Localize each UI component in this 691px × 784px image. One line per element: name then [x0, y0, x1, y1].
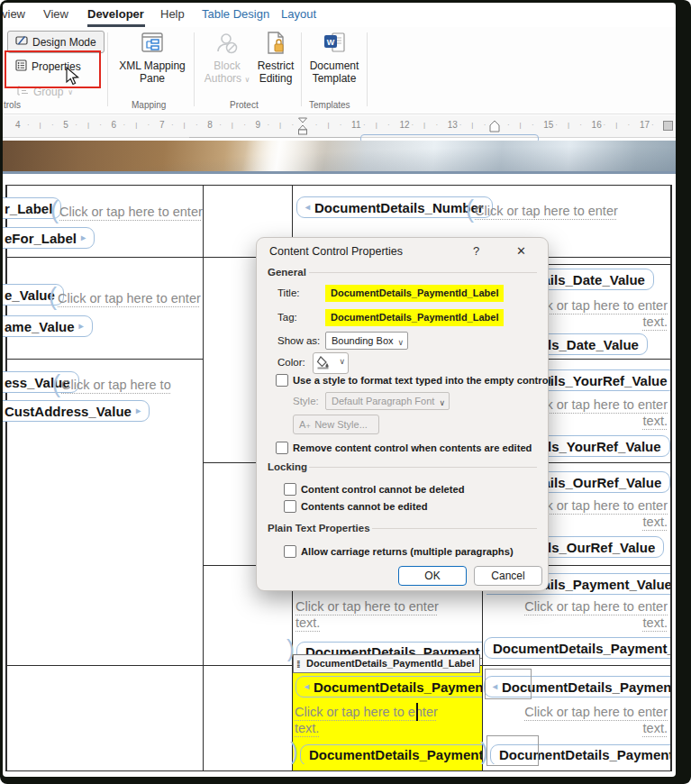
design-mode-icon [15, 34, 28, 50]
ruler-tick: · [99, 121, 102, 129]
content-control-paren-icon: ( [52, 372, 60, 396]
section-rule [372, 528, 537, 529]
ruler-number: 13 [448, 120, 458, 130]
placeholder-text[interactable]: Click or tap here to enter [475, 204, 618, 218]
ruler-tick: | [376, 121, 377, 129]
ruler-tick: | [568, 121, 569, 129]
content-control-end-tag[interactable]: DocumentDetails_PaymentId_Label [300, 744, 482, 765]
placeholder-text[interactable]: Click or tap here to enter [491, 599, 668, 614]
ribbon-separator [194, 32, 195, 106]
group-label-protect: Protect [230, 100, 259, 110]
section-general: General [268, 267, 306, 278]
ruler-tick: | [423, 121, 425, 129]
dialog-close-button[interactable]: ✕ [516, 244, 526, 258]
restrict-editing-button[interactable]: Restrict Editing [253, 31, 298, 85]
show-as-dropdown[interactable]: Bounding Box∨ [325, 332, 408, 350]
use-style-checkbox-label: Use a style to format text typed into th… [293, 375, 551, 386]
placeholder-text[interactable]: text. [491, 721, 668, 735]
header-banner-image [3, 141, 676, 171]
block-authors-label-1: Block [203, 59, 251, 72]
cannot-edit-checkbox[interactable] [284, 500, 296, 513]
table-column-marker[interactable] [663, 121, 673, 131]
ruler-number: 12 [399, 120, 409, 130]
remove-control-checkbox[interactable] [276, 442, 288, 454]
ruler-tick: · [243, 121, 246, 129]
color-label: Color: [277, 357, 305, 368]
ruler-tick: | [135, 121, 137, 129]
document-template-label-2: Template [307, 72, 361, 85]
dialog-help-button[interactable]: ? [473, 244, 479, 258]
placeholder-text[interactable]: Click or tap here to enter [491, 705, 668, 719]
ruler-tick: | [327, 121, 329, 129]
section-plain-text: Plain Text Properties [268, 523, 370, 533]
ruler-tick: · [27, 121, 30, 129]
content-control-start-tag[interactable]: ◂DocumentDetails_Number [296, 196, 493, 218]
ruler-tick: · [411, 121, 414, 129]
tab-view[interactable]: View [43, 7, 68, 21]
title-field-value[interactable]: DocumentDetails_PaymentId_Label [325, 285, 504, 302]
ruler-number: 7 [159, 120, 165, 130]
placeholder-text[interactable]: Click or tap here to enter [295, 599, 439, 614]
ribbon-separator [107, 32, 108, 106]
tab-help[interactable]: Help [160, 7, 185, 21]
content-control-end-tag[interactable]: eFor_Label▸ [3, 227, 95, 249]
placeholder-text[interactable]: text. [295, 721, 319, 735]
xml-mapping-label-2: Pane [114, 72, 190, 85]
placeholder-text[interactable]: Click or tap here to [61, 378, 171, 392]
xml-mapping-icon [114, 31, 190, 59]
xml-mapping-pane-button[interactable]: XML Mapping Pane [114, 31, 190, 85]
tab-developer[interactable]: Developer [87, 7, 144, 21]
tab-table-design[interactable]: Table Design [202, 7, 269, 21]
cc-start-arrow-icon: ◂ [305, 203, 310, 212]
placeholder-text[interactable]: Click or tap here to enter [59, 205, 203, 219]
ruler-number: 9 [256, 120, 261, 130]
dialog-title: Content Control Properties [269, 245, 403, 258]
header-frame-line [189, 137, 360, 138]
use-style-checkbox[interactable] [276, 374, 288, 387]
new-style-icon: A₊ [299, 419, 311, 430]
section-rule [309, 467, 537, 468]
block-authors-icon [203, 31, 251, 59]
content-control-paren-icon: ( [466, 197, 474, 221]
ruler-tick: · [195, 121, 198, 129]
placeholder-text[interactable]: text. [295, 615, 320, 630]
tab-review-partial[interactable]: view [3, 7, 25, 21]
ruler-tick: · [363, 121, 366, 129]
content-control-end-tag[interactable]: ame_Value▸ [3, 315, 93, 337]
cancel-button[interactable]: Cancel [474, 566, 542, 586]
document-template-button[interactable]: W Document Template [307, 31, 361, 85]
content-control-title-tooltip: ⁞⁞ DocumentDetails_PaymentId_Label [293, 654, 480, 673]
tag-field-label: Tag: [277, 312, 297, 323]
ruler-tick: | [520, 121, 522, 129]
ruler-number: 15 [543, 120, 553, 130]
horizontal-ruler: 4·|·5·|·6·|·7·|·8·|·9·|··|·11·|·12·|·13·… [3, 115, 676, 138]
content-control-end-tag[interactable]: CustAddress_Value▸ [3, 400, 150, 422]
content-control-start-tag[interactable]: ◂DocumentDetails_PaymentId_Label [295, 676, 482, 697]
design-mode-label: Design Mode [32, 36, 96, 49]
ruler-tick: · [171, 121, 174, 129]
style-label: Style: [293, 396, 319, 406]
document-template-label-1: Document [307, 59, 361, 72]
carriage-returns-checkbox[interactable] [284, 545, 296, 558]
cannot-delete-checkbox[interactable] [284, 483, 296, 496]
group-label-templates: Templates [309, 100, 350, 110]
ruler-tick: | [232, 121, 233, 129]
placeholder-text[interactable]: text. [491, 615, 668, 630]
content-control-end-tag[interactable]: DocumentDetails_Payment_Value [484, 637, 670, 659]
ruler-number: 5 [63, 120, 68, 130]
content-control-bounding-box [486, 735, 539, 766]
group-label-mapping: Mapping [132, 100, 166, 110]
section-rule [309, 272, 537, 273]
ok-button[interactable]: OK [398, 566, 467, 586]
content-control-paren-icon: ( [50, 198, 59, 222]
color-picker-button[interactable]: ∨ [313, 352, 349, 374]
new-style-button: A₊New Style... [293, 415, 379, 434]
ruler-tick: · [340, 121, 342, 129]
placeholder-text[interactable]: Click or tap here to enter [58, 291, 201, 305]
tag-field-value[interactable]: DocumentDetails_PaymentId_Label [325, 309, 504, 326]
restrict-editing-icon [253, 31, 298, 59]
ruler-tick: · [219, 121, 222, 129]
block-authors-dropdown-icon: ∨ [244, 76, 250, 84]
ruler-tick: · [532, 121, 534, 129]
tab-layout[interactable]: Layout [281, 7, 316, 21]
